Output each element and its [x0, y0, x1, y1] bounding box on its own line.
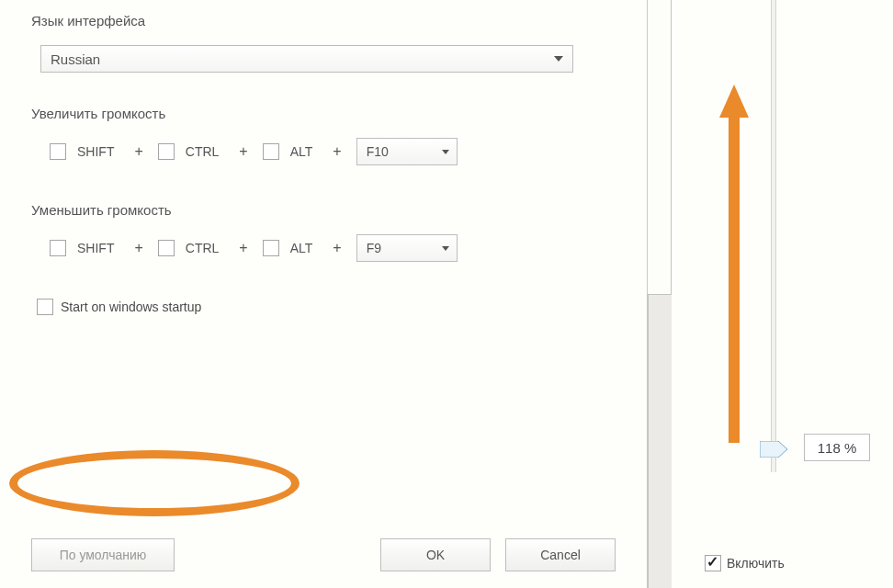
volume-slider-track[interactable] [771, 0, 776, 472]
volume-value: 118 % [804, 434, 870, 461]
enable-label: Включить [727, 556, 785, 571]
startup-label: Start on windows startup [61, 300, 201, 314]
alt-label-2: ALT [290, 241, 313, 255]
volume-up-key-select[interactable]: F10 [356, 138, 458, 165]
ctrl-label: CTRL [186, 144, 220, 159]
svg-marker-0 [760, 441, 787, 458]
chevron-down-icon [442, 246, 449, 251]
chevron-down-icon [554, 56, 563, 62]
volume-panel: 118 % Включить [672, 0, 893, 588]
alt-checkbox-down[interactable] [263, 240, 279, 256]
language-value: Russian [51, 51, 100, 67]
cancel-button[interactable]: Cancel [505, 538, 616, 571]
volume-up-label: Увеличить громкость [31, 106, 647, 121]
ctrl-label-2: CTRL [186, 241, 220, 255]
highlight-ellipse [9, 450, 300, 516]
chevron-down-icon [442, 150, 449, 154]
language-select[interactable]: Russian [40, 45, 573, 73]
ctrl-checkbox-down[interactable] [158, 240, 175, 256]
ctrl-checkbox-up[interactable] [158, 143, 175, 160]
plus-text-4: + [134, 240, 142, 256]
shift-checkbox-up[interactable] [50, 143, 66, 160]
language-label: Язык интерфейса [31, 13, 647, 28]
settings-panel: Язык интерфейса Russian Увеличить громко… [0, 0, 648, 588]
volume-slider-thumb[interactable] [760, 441, 787, 458]
shift-label-2: SHIFT [77, 241, 114, 255]
arrow-up-icon [727, 85, 741, 443]
volume-down-key-select[interactable]: F9 [356, 234, 458, 262]
volume-down-key-value: F9 [367, 241, 381, 255]
shift-label: SHIFT [77, 144, 114, 159]
plus-text-5: + [239, 240, 247, 256]
volume-up-key-value: F10 [367, 144, 389, 159]
plus-text-3: + [333, 143, 341, 160]
default-button[interactable]: По умолчанию [31, 538, 175, 571]
plus-text-6: + [333, 240, 341, 256]
shift-checkbox-down[interactable] [50, 240, 66, 256]
volume-down-label: Уменьшить громкость [31, 202, 647, 218]
alt-checkbox-up[interactable] [263, 143, 279, 160]
alt-label: ALT [290, 144, 313, 159]
startup-checkbox[interactable] [37, 299, 53, 315]
plus-text: + [134, 143, 142, 160]
window-divider [648, 0, 672, 588]
ok-button[interactable]: OK [380, 538, 491, 571]
enable-checkbox[interactable] [705, 555, 721, 571]
plus-text-2: + [239, 143, 247, 160]
